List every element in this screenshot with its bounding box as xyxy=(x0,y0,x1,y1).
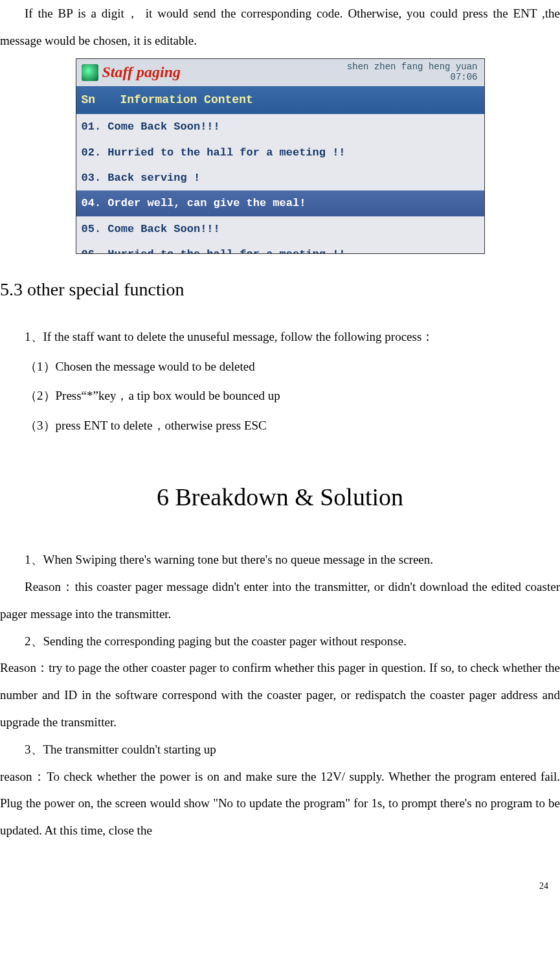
list-item[interactable]: 01. Come Back Soon!!! xyxy=(76,114,484,139)
list-item-selected[interactable]: 04. Order well, can give the meal! xyxy=(76,190,484,216)
message-list: 01. Come Back Soon!!! 02. Hurried to the… xyxy=(76,114,484,253)
header-sn: Sn xyxy=(82,87,120,113)
clock-text: 07:06 xyxy=(347,72,478,83)
ch6-item2: 2、Sending the corresponding paging but t… xyxy=(0,628,560,655)
intro-text: If the BP is a digit， it would send the … xyxy=(0,6,560,47)
ch6-item3: 3、The transmitter couldn't starting up xyxy=(0,736,560,763)
vendor-text: shen zhen fang heng yuan xyxy=(347,62,478,73)
ch6-item1: 1、When Swiping there's warning tone but … xyxy=(0,546,560,573)
list-item[interactable]: 03. Back serving ! xyxy=(76,165,484,190)
header-info: Information Content xyxy=(120,87,253,113)
device-titlebar: Staff paging shen zhen fang heng yuan 07… xyxy=(76,59,484,86)
ch6-reason2: Reason：try to page the other coaster pag… xyxy=(0,654,560,735)
titlebar-right: shen zhen fang heng yuan 07:06 xyxy=(347,62,478,84)
device-screenshot: Staff paging shen zhen fang heng yuan 07… xyxy=(76,58,485,254)
sec53-step1: （1）Chosen the message would to be delete… xyxy=(25,352,560,382)
sec53-step2: （2）Press“*”key，a tip box would be bounce… xyxy=(25,381,560,411)
list-header: Sn Information Content xyxy=(76,86,484,115)
intro-paragraph: If the BP is a digit， it would send the … xyxy=(0,0,560,54)
sec53-line1: 1、If the staff want to delete the unusef… xyxy=(25,322,560,352)
sec53-step3: （3）press ENT to delete，otherwise press E… xyxy=(25,411,560,441)
section-5-3-title: 5.3 other special function xyxy=(0,270,560,310)
app-logo-icon xyxy=(82,64,98,81)
ch6-reason3: reason：To check whether the power is on … xyxy=(0,763,560,844)
list-item[interactable]: 02. Hurried to the hall for a meeting !! xyxy=(76,140,484,165)
list-item[interactable]: 06. Hurried to the hall for a meeting !! xyxy=(76,242,484,253)
device-screenshot-container: Staff paging shen zhen fang heng yuan 07… xyxy=(0,58,560,254)
ch6-reason1: Reason：this coaster pager message didn't… xyxy=(0,573,560,628)
app-title: Staff paging xyxy=(102,58,181,89)
page-number: 24 xyxy=(0,877,560,897)
chapter-6-title: 6 Breakdown & Solution xyxy=(0,470,560,525)
list-item[interactable]: 05. Come Back Soon!!! xyxy=(76,216,484,242)
section-5-3-list: 1、If the staff want to delete the unusef… xyxy=(25,322,560,440)
